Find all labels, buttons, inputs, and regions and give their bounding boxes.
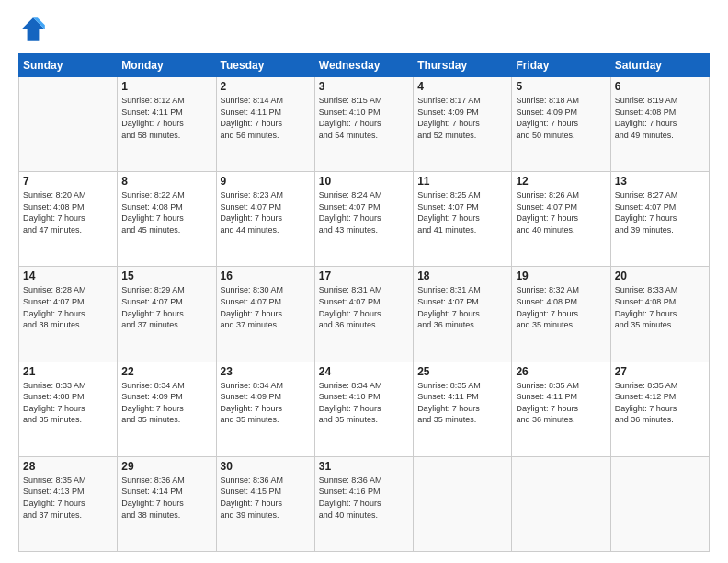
day-info: Sunrise: 8:36 AM Sunset: 4:15 PM Dayligh… [221, 475, 311, 521]
day-number: 1 [121, 80, 211, 93]
day-number: 8 [121, 175, 211, 188]
calendar-cell: 3Sunrise: 8:15 AM Sunset: 4:10 PM Daylig… [314, 77, 413, 172]
day-info: Sunrise: 8:26 AM Sunset: 4:07 PM Dayligh… [516, 190, 606, 236]
day-number: 27 [615, 365, 705, 378]
page: SundayMondayTuesdayWednesdayThursdayFrid… [0, 0, 728, 563]
day-info: Sunrise: 8:25 AM Sunset: 4:07 PM Dayligh… [417, 190, 507, 236]
calendar-cell: 24Sunrise: 8:34 AM Sunset: 4:10 PM Dayli… [314, 362, 413, 456]
calendar-table: SundayMondayTuesdayWednesdayThursdayFrid… [18, 53, 710, 552]
day-info: Sunrise: 8:35 AM Sunset: 4:11 PM Dayligh… [417, 380, 507, 426]
day-number: 24 [319, 365, 409, 378]
calendar-cell [414, 456, 512, 551]
day-info: Sunrise: 8:33 AM Sunset: 4:08 PM Dayligh… [23, 380, 113, 426]
calendar-cell: 22Sunrise: 8:34 AM Sunset: 4:09 PM Dayli… [118, 362, 216, 456]
header-row: SundayMondayTuesdayWednesdayThursdayFrid… [19, 54, 710, 77]
day-info: Sunrise: 8:32 AM Sunset: 4:08 PM Dayligh… [516, 284, 606, 330]
calendar-cell: 10Sunrise: 8:24 AM Sunset: 4:07 PM Dayli… [314, 172, 413, 267]
calendar-cell: 13Sunrise: 8:27 AM Sunset: 4:07 PM Dayli… [610, 172, 709, 267]
calendar-cell: 5Sunrise: 8:18 AM Sunset: 4:09 PM Daylig… [512, 77, 610, 172]
header [18, 15, 710, 44]
day-number: 2 [221, 80, 311, 93]
calendar-cell: 20Sunrise: 8:33 AM Sunset: 4:08 PM Dayli… [610, 267, 709, 362]
day-info: Sunrise: 8:15 AM Sunset: 4:10 PM Dayligh… [319, 95, 409, 141]
day-number: 22 [121, 365, 211, 378]
day-number: 6 [615, 80, 705, 93]
day-info: Sunrise: 8:28 AM Sunset: 4:07 PM Dayligh… [23, 284, 113, 330]
day-info: Sunrise: 8:17 AM Sunset: 4:09 PM Dayligh… [417, 95, 507, 141]
day-info: Sunrise: 8:34 AM Sunset: 4:09 PM Dayligh… [121, 380, 211, 426]
day-info: Sunrise: 8:35 AM Sunset: 4:13 PM Dayligh… [23, 475, 113, 521]
calendar-cell: 27Sunrise: 8:35 AM Sunset: 4:12 PM Dayli… [610, 362, 709, 456]
calendar-cell [512, 456, 610, 551]
day-info: Sunrise: 8:36 AM Sunset: 4:16 PM Dayligh… [319, 475, 409, 521]
day-header-monday: Monday [118, 54, 216, 77]
day-number: 20 [615, 270, 705, 282]
day-number: 16 [221, 270, 311, 282]
day-info: Sunrise: 8:24 AM Sunset: 4:07 PM Dayligh… [319, 190, 409, 236]
calendar-cell: 28Sunrise: 8:35 AM Sunset: 4:13 PM Dayli… [19, 456, 118, 551]
day-info: Sunrise: 8:20 AM Sunset: 4:08 PM Dayligh… [23, 190, 113, 236]
calendar-cell: 25Sunrise: 8:35 AM Sunset: 4:11 PM Dayli… [414, 362, 512, 456]
day-info: Sunrise: 8:18 AM Sunset: 4:09 PM Dayligh… [516, 95, 606, 141]
calendar-cell: 7Sunrise: 8:20 AM Sunset: 4:08 PM Daylig… [19, 172, 118, 267]
calendar-cell: 26Sunrise: 8:35 AM Sunset: 4:11 PM Dayli… [512, 362, 610, 456]
day-number: 28 [23, 460, 113, 473]
day-number: 18 [417, 270, 507, 282]
day-info: Sunrise: 8:31 AM Sunset: 4:07 PM Dayligh… [417, 284, 507, 330]
calendar-cell: 11Sunrise: 8:25 AM Sunset: 4:07 PM Dayli… [414, 172, 512, 267]
calendar-cell: 9Sunrise: 8:23 AM Sunset: 4:07 PM Daylig… [216, 172, 314, 267]
svg-marker-0 [21, 17, 45, 41]
calendar-cell: 15Sunrise: 8:29 AM Sunset: 4:07 PM Dayli… [118, 267, 216, 362]
calendar-body: 1Sunrise: 8:12 AM Sunset: 4:11 PM Daylig… [19, 77, 710, 552]
calendar-cell [19, 77, 118, 172]
day-info: Sunrise: 8:12 AM Sunset: 4:11 PM Dayligh… [121, 95, 211, 141]
day-number: 3 [319, 80, 409, 93]
day-number: 14 [23, 270, 113, 282]
week-row-3: 21Sunrise: 8:33 AM Sunset: 4:08 PM Dayli… [19, 362, 710, 456]
day-number: 19 [516, 270, 606, 282]
calendar-cell: 14Sunrise: 8:28 AM Sunset: 4:07 PM Dayli… [19, 267, 118, 362]
calendar-cell: 12Sunrise: 8:26 AM Sunset: 4:07 PM Dayli… [512, 172, 610, 267]
day-info: Sunrise: 8:35 AM Sunset: 4:11 PM Dayligh… [516, 380, 606, 426]
calendar-cell: 16Sunrise: 8:30 AM Sunset: 4:07 PM Dayli… [216, 267, 314, 362]
day-info: Sunrise: 8:33 AM Sunset: 4:08 PM Dayligh… [615, 284, 705, 330]
day-info: Sunrise: 8:34 AM Sunset: 4:10 PM Dayligh… [319, 380, 409, 426]
day-number: 23 [221, 365, 311, 378]
calendar-cell: 17Sunrise: 8:31 AM Sunset: 4:07 PM Dayli… [314, 267, 413, 362]
day-header-thursday: Thursday [414, 54, 512, 77]
week-row-1: 7Sunrise: 8:20 AM Sunset: 4:08 PM Daylig… [19, 172, 710, 267]
day-info: Sunrise: 8:22 AM Sunset: 4:08 PM Dayligh… [121, 190, 211, 236]
week-row-2: 14Sunrise: 8:28 AM Sunset: 4:07 PM Dayli… [19, 267, 710, 362]
day-number: 11 [417, 175, 507, 188]
day-number: 21 [23, 365, 113, 378]
calendar-cell: 31Sunrise: 8:36 AM Sunset: 4:16 PM Dayli… [314, 456, 413, 551]
logo-icon [18, 15, 48, 44]
day-number: 10 [319, 175, 409, 188]
day-header-sunday: Sunday [19, 54, 118, 77]
day-number: 4 [417, 80, 507, 93]
day-header-friday: Friday [512, 54, 610, 77]
day-info: Sunrise: 8:19 AM Sunset: 4:08 PM Dayligh… [615, 95, 705, 141]
day-info: Sunrise: 8:36 AM Sunset: 4:14 PM Dayligh… [121, 475, 211, 521]
calendar-cell: 2Sunrise: 8:14 AM Sunset: 4:11 PM Daylig… [216, 77, 314, 172]
day-header-tuesday: Tuesday [216, 54, 314, 77]
day-number: 29 [121, 460, 211, 473]
day-number: 25 [417, 365, 507, 378]
calendar-cell: 1Sunrise: 8:12 AM Sunset: 4:11 PM Daylig… [118, 77, 216, 172]
day-info: Sunrise: 8:23 AM Sunset: 4:07 PM Dayligh… [221, 190, 311, 236]
day-number: 13 [615, 175, 705, 188]
calendar-cell: 8Sunrise: 8:22 AM Sunset: 4:08 PM Daylig… [118, 172, 216, 267]
calendar-cell: 21Sunrise: 8:33 AM Sunset: 4:08 PM Dayli… [19, 362, 118, 456]
day-number: 26 [516, 365, 606, 378]
day-number: 12 [516, 175, 606, 188]
calendar-cell: 4Sunrise: 8:17 AM Sunset: 4:09 PM Daylig… [414, 77, 512, 172]
day-info: Sunrise: 8:14 AM Sunset: 4:11 PM Dayligh… [221, 95, 311, 141]
week-row-4: 28Sunrise: 8:35 AM Sunset: 4:13 PM Dayli… [19, 456, 710, 551]
day-number: 17 [319, 270, 409, 282]
day-number: 30 [221, 460, 311, 473]
day-info: Sunrise: 8:34 AM Sunset: 4:09 PM Dayligh… [221, 380, 311, 426]
day-number: 7 [23, 175, 113, 188]
day-number: 15 [121, 270, 211, 282]
calendar-cell: 23Sunrise: 8:34 AM Sunset: 4:09 PM Dayli… [216, 362, 314, 456]
day-header-saturday: Saturday [610, 54, 709, 77]
